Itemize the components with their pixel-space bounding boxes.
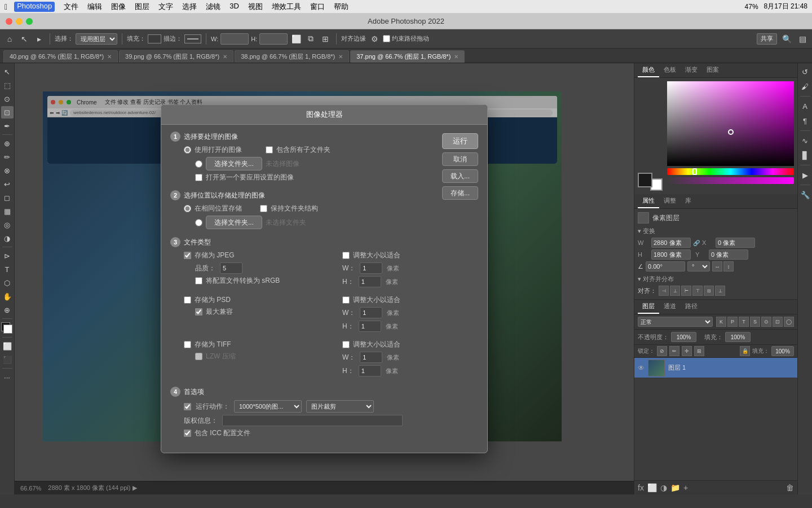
tab-39png[interactable]: 39.png @ 66.7% (图层 1, RGB/8*) ✕: [119, 50, 233, 63]
x-input[interactable]: [716, 238, 755, 248]
shape-tool[interactable]: ⬡: [1, 277, 14, 289]
layer-select[interactable]: 现用图层: [76, 33, 117, 45]
panels-icon[interactable]: ▤: [796, 33, 809, 45]
open-first-image-checkbox[interactable]: [195, 174, 202, 181]
flip-h-button[interactable]: ↔: [712, 261, 722, 271]
run-action-checkbox[interactable]: [184, 403, 191, 410]
h-input[interactable]: [651, 249, 691, 260]
psd-w-input[interactable]: [360, 307, 382, 318]
tab-37png[interactable]: 37.png @ 66.7% (图层 1, RGB/8*) ✕: [350, 50, 465, 63]
filter-toggle-button[interactable]: ◯: [784, 317, 794, 327]
psd-h-input[interactable]: [359, 321, 381, 332]
y-input[interactable]: [709, 249, 748, 260]
tab-close-38png[interactable]: ✕: [338, 54, 343, 60]
menu-photoshop[interactable]: Photoshop: [14, 2, 55, 12]
screen-mode-tool[interactable]: ⬛: [1, 353, 14, 366]
alpha-slider[interactable]: [667, 177, 794, 184]
layer-visibility-icon[interactable]: 👁: [638, 364, 645, 372]
share-button[interactable]: 共享: [757, 33, 777, 45]
align-bottom-button[interactable]: ⊥: [715, 286, 725, 296]
filter-pixel-button[interactable]: P: [727, 317, 738, 327]
align-center-h-button[interactable]: ⊥: [670, 286, 680, 296]
align-center-v-button[interactable]: ⊟: [704, 286, 714, 296]
menu-text[interactable]: 文字: [158, 2, 173, 12]
tab-close-39png[interactable]: ✕: [223, 54, 227, 60]
fill-color-box[interactable]: [148, 34, 161, 43]
hue-slider[interactable]: [667, 168, 794, 175]
snap-path-checkbox[interactable]: [383, 35, 390, 42]
eraser-tool[interactable]: ◻: [1, 191, 14, 204]
apple-logo[interactable]: : [5, 2, 7, 11]
history-brush-tool[interactable]: ↩: [1, 178, 14, 190]
keep-folder-structure-checkbox[interactable]: [260, 205, 267, 212]
minimize-button[interactable]: [16, 18, 23, 25]
filter-more-button[interactable]: ⊡: [773, 317, 783, 327]
foreground-color[interactable]: [638, 173, 652, 187]
dodge-tool[interactable]: ◑: [1, 232, 14, 244]
tab-40png[interactable]: 40.png @ 66.7% (图层 1, RGB/8*) ✕: [3, 50, 118, 63]
add-group-icon[interactable]: 📁: [670, 483, 680, 492]
select-folder-radio[interactable]: [195, 160, 202, 168]
menu-select[interactable]: 选择: [182, 2, 197, 12]
jpeg-w-input[interactable]: [360, 262, 382, 274]
add-filter-icon[interactable]: fx: [638, 483, 644, 492]
align-top-button[interactable]: ⊤: [692, 286, 703, 296]
stroke-box[interactable]: [184, 34, 201, 43]
filter-type-button[interactable]: T: [739, 317, 749, 327]
filter-smart-button[interactable]: ⊙: [761, 317, 771, 327]
more-tools[interactable]: ···: [1, 371, 14, 383]
menu-image[interactable]: 图像: [111, 2, 126, 12]
menu-filter[interactable]: 滤镜: [206, 2, 220, 12]
tiff-resize-checkbox[interactable]: [342, 341, 350, 348]
psd-resize-checkbox[interactable]: [342, 296, 350, 304]
move-tool-icon[interactable]: ↖: [18, 33, 30, 45]
add-mask-icon[interactable]: ⬜: [647, 483, 657, 492]
run-button[interactable]: 运行: [442, 133, 478, 149]
tiff-h-input[interactable]: [359, 365, 381, 376]
menu-help[interactable]: 帮助: [334, 2, 348, 12]
save-settings-button[interactable]: 存储...: [442, 186, 478, 200]
copyright-input[interactable]: [222, 415, 403, 426]
blur-tool[interactable]: ◎: [1, 218, 14, 231]
hand-tool[interactable]: ✋: [1, 290, 14, 303]
save-tiff-checkbox[interactable]: [184, 341, 191, 348]
convert-srgb-checkbox[interactable]: [195, 277, 202, 284]
width-input[interactable]: [220, 33, 249, 45]
quick-mask-tool[interactable]: ⬜: [1, 340, 14, 352]
align-right-button[interactable]: ⊢: [681, 286, 691, 296]
w-input[interactable]: [651, 238, 691, 248]
angle-input[interactable]: [646, 261, 685, 271]
maximize-psd-checkbox[interactable]: [195, 308, 202, 316]
align-left-button[interactable]: ⊣: [659, 286, 669, 296]
tab-channels[interactable]: 通道: [659, 300, 681, 314]
warp-icon[interactable]: ⧉: [304, 33, 317, 45]
search-icon[interactable]: 🔍: [780, 33, 793, 45]
home-icon[interactable]: ⌂: [3, 33, 16, 45]
tab-paths[interactable]: 路径: [681, 300, 702, 314]
transform-icon[interactable]: ⬜: [290, 33, 302, 45]
lock-transparent-button[interactable]: ⊘: [657, 346, 667, 356]
menu-window[interactable]: 窗口: [310, 2, 325, 12]
menu-plugins[interactable]: 增效工具: [272, 2, 301, 12]
color-swatches-tool[interactable]: [1, 322, 14, 335]
brush-tool[interactable]: ✏: [1, 151, 14, 163]
select-dest-folder-radio[interactable]: [195, 219, 202, 226]
tab-adjustments[interactable]: 调整: [659, 194, 681, 208]
lasso-tool[interactable]: ⊙: [1, 93, 14, 105]
link-icon[interactable]: 🔗: [693, 240, 700, 246]
close-button[interactable]: [6, 18, 12, 25]
select-folder-button[interactable]: 选择文件夹...: [206, 157, 262, 170]
action-set-select[interactable]: 1000*500的图...: [234, 400, 302, 413]
fill-input-2[interactable]: [771, 346, 794, 356]
align-icon[interactable]: ⊞: [319, 33, 332, 45]
move-tool[interactable]: ↖: [1, 65, 14, 78]
lock-artboard-button[interactable]: ⊞: [694, 346, 704, 356]
menu-file[interactable]: 文件: [64, 2, 78, 12]
lock-position-button[interactable]: ✛: [682, 346, 692, 356]
tool-options-icon[interactable]: ▸: [33, 33, 45, 45]
lock-pixels-button[interactable]: ✏: [669, 346, 679, 356]
menu-view[interactable]: 视图: [248, 2, 263, 12]
character-icon[interactable]: A: [799, 100, 811, 112]
settings-icon[interactable]: ⚙: [368, 33, 381, 45]
tab-close-40png[interactable]: ✕: [107, 54, 112, 60]
